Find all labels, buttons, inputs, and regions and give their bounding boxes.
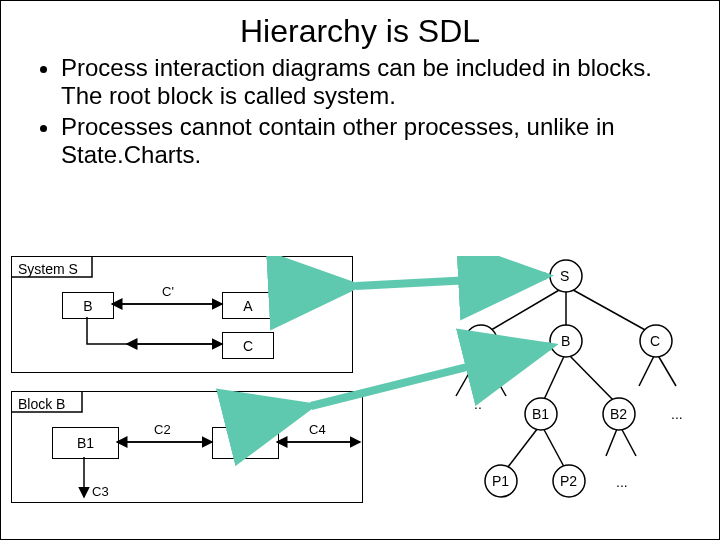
link-arrow-icon [356,276,546,286]
bullet-list: Process interaction diagrams can be incl… [41,54,689,168]
link-arrow-icon [311,346,551,406]
diagram-area: System S B A C [1,256,720,540]
bullet-item: Process interaction diagrams can be incl… [61,54,689,109]
bullet-item: Processes cannot contain other processes… [61,113,689,168]
slide-title: Hierarchy is SDL [1,13,719,50]
link-arrows [1,256,720,540]
slide: Hierarchy is SDL Process interaction dia… [0,0,720,540]
